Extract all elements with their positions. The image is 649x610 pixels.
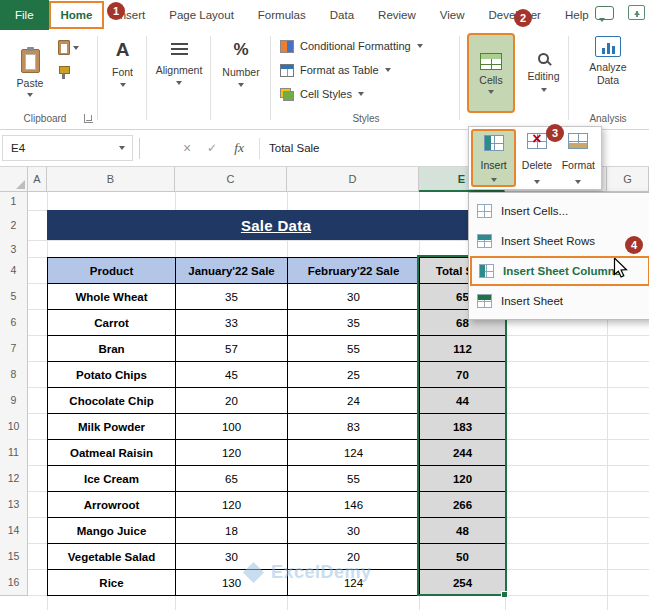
column-header-a[interactable]: A — [28, 167, 47, 192]
font-group-button[interactable]: A Font — [100, 36, 145, 87]
clipboard-button[interactable] — [58, 40, 79, 55]
select-all-corner[interactable] — [0, 167, 28, 192]
cell[interactable]: 57 — [176, 336, 288, 362]
row-header-6[interactable]: 6 — [0, 309, 28, 336]
cell[interactable]: Carrot — [48, 310, 176, 336]
tab-page-layout[interactable]: Page Layout — [157, 0, 246, 30]
row-header-4[interactable]: 4 — [0, 257, 28, 284]
cell[interactable]: 120 — [176, 492, 288, 518]
editing-button[interactable]: Editing — [521, 36, 566, 108]
insert-function-icon[interactable]: fx — [228, 135, 250, 161]
cell[interactable]: Mango Juice — [48, 518, 176, 544]
cell[interactable]: 146 — [288, 492, 420, 518]
cell[interactable]: Whole Wheat — [48, 284, 176, 310]
column-header-c[interactable]: C — [175, 167, 287, 192]
header-cell[interactable]: Product — [48, 258, 176, 284]
tab-formulas[interactable]: Formulas — [246, 0, 318, 30]
tab-help[interactable]: Help — [553, 0, 601, 30]
header-cell[interactable]: January'22 Sale — [176, 258, 288, 284]
cell[interactable]: 55 — [288, 466, 420, 492]
cell[interactable]: 25 — [288, 362, 420, 388]
row-header-8[interactable]: 8 — [0, 361, 28, 388]
row-header-10[interactable]: 10 — [0, 413, 28, 440]
cell[interactable]: Chocolate Chip — [48, 388, 176, 414]
cell[interactable]: 130 — [176, 570, 288, 596]
alignment-group-button[interactable]: Alignment — [149, 36, 209, 85]
cell[interactable]: 18 — [176, 518, 288, 544]
cell[interactable]: Ice Cream — [48, 466, 176, 492]
header-cell[interactable]: February'22 Sale — [288, 258, 420, 284]
analyze-data-button[interactable]: Analyze Data — [571, 36, 645, 86]
fill-handle[interactable] — [501, 591, 508, 598]
cell[interactable]: 55 — [288, 336, 420, 362]
row-header-11[interactable]: 11 — [0, 439, 28, 466]
cell[interactable]: 48 — [420, 518, 506, 544]
cell[interactable]: 266 — [420, 492, 506, 518]
cell[interactable]: 112 — [420, 336, 506, 362]
paste-button[interactable]: Paste — [7, 35, 53, 111]
formula-input[interactable]: Total Sale — [269, 135, 320, 161]
cell[interactable]: 50 — [420, 544, 506, 570]
cell[interactable]: Arrowroot — [48, 492, 176, 518]
row-header-7[interactable]: 7 — [0, 335, 28, 362]
format-dropdown-button[interactable]: Format — [558, 129, 599, 187]
row-header-5[interactable]: 5 — [0, 283, 28, 310]
row-header-2[interactable]: 2 — [0, 210, 28, 241]
tab-review[interactable]: Review — [366, 0, 428, 30]
column-header-b[interactable]: B — [47, 167, 175, 192]
cells-button[interactable]: Cells — [467, 33, 515, 113]
dialog-launcher-icon[interactable] — [84, 114, 93, 123]
tab-view[interactable]: View — [428, 0, 477, 30]
styles-item-format-as-table[interactable]: Format as Table — [276, 58, 456, 82]
cell[interactable]: 254 — [420, 570, 506, 596]
column-header-d[interactable]: D — [287, 167, 419, 192]
cell[interactable]: 120 — [420, 466, 506, 492]
cell[interactable]: Vegetable Salad — [48, 544, 176, 570]
cell[interactable]: 65 — [176, 466, 288, 492]
cell[interactable]: 83 — [288, 414, 420, 440]
row-header-3[interactable]: 3 — [0, 240, 28, 258]
tab-home[interactable]: Home — [49, 1, 105, 29]
row-header-14[interactable]: 14 — [0, 517, 28, 544]
formula-bar-splitter[interactable] — [139, 138, 140, 159]
cell[interactable]: 124 — [288, 570, 420, 596]
cell[interactable]: 70 — [420, 362, 506, 388]
cell[interactable]: Oatmeal Raisin — [48, 440, 176, 466]
number-group-button[interactable]: % Number — [213, 36, 269, 87]
menu-item-insert-sheet[interactable]: Insert Sheet — [470, 286, 649, 316]
cell[interactable]: Milk Powder — [48, 414, 176, 440]
tab-file[interactable]: File — [0, 0, 49, 30]
cell[interactable]: 44 — [420, 388, 506, 414]
format-painter-button[interactable] — [58, 66, 71, 80]
menu-item-insert-sheet-rows[interactable]: Insert Sheet Rows — [470, 226, 649, 256]
name-box[interactable]: E4 — [2, 135, 133, 161]
cell[interactable]: 30 — [288, 518, 420, 544]
cell[interactable]: 20 — [176, 388, 288, 414]
insert-dropdown-button[interactable]: Insert — [471, 129, 516, 187]
cell[interactable]: 120 — [176, 440, 288, 466]
cell[interactable]: 183 — [420, 414, 506, 440]
cell[interactable]: 33 — [176, 310, 288, 336]
cell[interactable]: 35 — [288, 310, 420, 336]
cancel-icon[interactable]: × — [176, 135, 198, 161]
cell[interactable]: 24 — [288, 388, 420, 414]
cell[interactable]: Rice — [48, 570, 176, 596]
cell[interactable]: Bran — [48, 336, 176, 362]
cell[interactable]: 35 — [176, 284, 288, 310]
menu-item-insert-cells[interactable]: Insert Cells... — [470, 196, 649, 226]
row-header-1[interactable]: 1 — [0, 192, 28, 211]
cell[interactable]: 124 — [288, 440, 420, 466]
cell[interactable]: Potato Chips — [48, 362, 176, 388]
row-header-12[interactable]: 12 — [0, 465, 28, 492]
share-icon[interactable] — [628, 5, 645, 20]
cell[interactable]: 30 — [288, 284, 420, 310]
cell[interactable]: 20 — [288, 544, 420, 570]
styles-item-cell-styles[interactable]: Cell Styles — [276, 82, 456, 106]
tab-data[interactable]: Data — [318, 0, 366, 30]
row-header-16[interactable]: 16 — [0, 569, 28, 596]
row-header-13[interactable]: 13 — [0, 491, 28, 518]
cell[interactable]: 45 — [176, 362, 288, 388]
sale-data-title-cell[interactable]: Sale Data — [47, 210, 505, 240]
cell[interactable]: 100 — [176, 414, 288, 440]
cell[interactable]: 30 — [176, 544, 288, 570]
